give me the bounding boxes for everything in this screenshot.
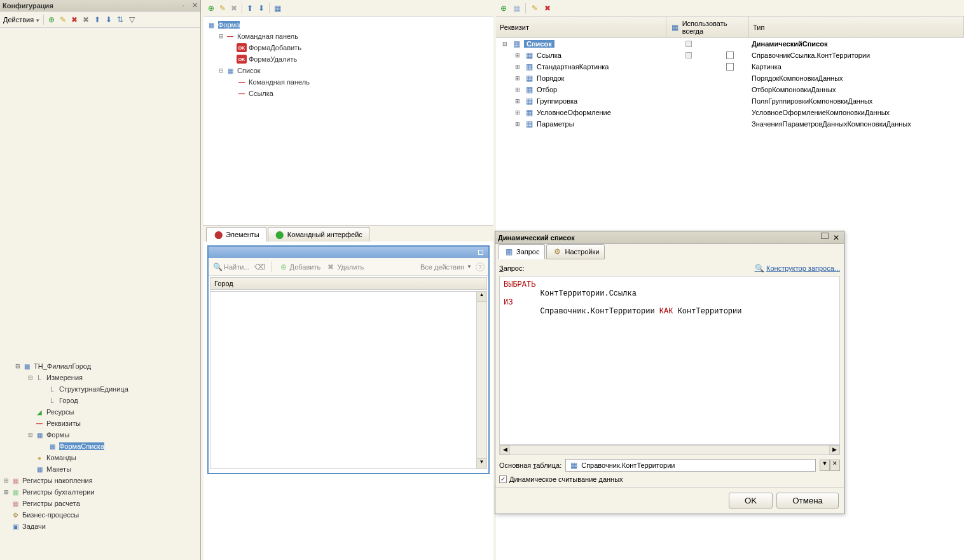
tree-dim2[interactable]: L Город	[3, 395, 198, 406]
add-icon[interactable]: ⊕	[46, 15, 57, 25]
filter-icon[interactable]: ▽	[127, 15, 137, 25]
tree-cmdpanel2[interactable]: — Командная панель	[206, 76, 491, 88]
add-icon[interactable]: ⊕	[499, 3, 509, 13]
tree-attribs[interactable]: — Реквизиты	[3, 418, 198, 429]
col-use-always[interactable]: ▦Использовать всегда	[666, 17, 749, 38]
collapse-icon[interactable]: ⊟	[27, 432, 34, 438]
query-editor[interactable]: ВЫБРАТЬ КонтТерритории.Ссылка ИЗ Справоч…	[499, 276, 840, 445]
find-button[interactable]: 🔍Найти...	[212, 262, 250, 272]
toggle-icon[interactable]: ⊞	[514, 121, 521, 127]
dropdown-icon[interactable]: ▼	[820, 460, 830, 471]
col-attrib[interactable]: Реквизит	[496, 17, 666, 38]
tree-form-root[interactable]: ▦ Форма	[206, 19, 491, 31]
col-type[interactable]: Тип	[749, 17, 964, 38]
actions-dropdown[interactable]: Действия▼	[3, 15, 41, 24]
down-icon[interactable]: ⬇	[104, 15, 114, 25]
tree-bp[interactable]: ⚙ Бизнес-процессы	[3, 509, 198, 521]
attrib-row[interactable]: ⊞▦ПорядокПорядокКомпоновкиДанных	[496, 72, 964, 84]
tree-forms[interactable]: ⊟ ▦ Формы	[3, 429, 198, 440]
edit-icon[interactable]: ✎	[530, 3, 540, 13]
toggle-icon[interactable]: ⊞	[514, 52, 521, 58]
delete-icon[interactable]: ✖	[69, 15, 79, 25]
toggle-icon[interactable]: ⊟	[501, 41, 509, 47]
tree-dim1[interactable]: L СтруктурнаяЕдиница	[3, 383, 198, 395]
collapse-icon[interactable]: ⊟	[217, 33, 225, 39]
attrib-row[interactable]: ⊞▦ПараметрыЗначенияПараметровДанныхКомпо…	[496, 118, 964, 130]
delete-icon[interactable]: ✖	[542, 3, 553, 13]
tree-formadd[interactable]: OK ФормаДобавить	[206, 42, 491, 53]
attrib-row[interactable]: ⊞▦СсылкаСправочникСсылка.КонтТерритории	[496, 50, 964, 61]
tab-query[interactable]: ▦ Запрос	[498, 244, 545, 259]
add-icon[interactable]: ⊕	[206, 3, 216, 13]
tree-link[interactable]: — Ссылка	[206, 88, 491, 99]
add-col-icon[interactable]: ▦	[511, 3, 521, 13]
attrib-row[interactable]: ⊞▦СтандартнаяКартинкаКартинка	[496, 61, 964, 72]
tree-calc[interactable]: ▦ Регистры расчета	[3, 498, 198, 509]
attrib-row[interactable]: ⊞▦ГруппировкаПоляГруппировкиКомпоновкиДа…	[496, 95, 964, 107]
delete-button[interactable]: ✖Удалить	[326, 262, 364, 272]
dyn-read-checkbox[interactable]	[499, 475, 507, 483]
scroll-up-icon[interactable]: ▲	[477, 292, 486, 302]
attrib-row[interactable]: ⊟▦СписокДинамическийСписок	[496, 38, 964, 50]
max-icon[interactable]	[478, 250, 483, 255]
main-table-input[interactable]: ▦ Справочник.КонтТерритории	[565, 459, 816, 472]
grid-body[interactable]: ▲ ▼	[210, 291, 487, 469]
expand-icon[interactable]: ⊞	[3, 489, 10, 495]
tree-formdel[interactable]: OK ФормаУдалить	[206, 53, 491, 65]
maximize-icon[interactable]	[821, 233, 829, 239]
scrollbar[interactable]: ▲ ▼	[476, 292, 486, 468]
up-icon[interactable]: ⬆	[92, 15, 102, 25]
toggle-icon[interactable]: ⊞	[514, 75, 521, 81]
tree-commands[interactable]: ● Команды	[3, 452, 198, 463]
attrib-row[interactable]: ⊞▦ОтборОтборКомпоновкиДанных	[496, 84, 964, 95]
edit-icon[interactable]: ✎	[58, 15, 68, 25]
delete-icon[interactable]: ✖	[229, 3, 239, 13]
tree-dimensions[interactable]: ⊟ L Измерения	[3, 372, 198, 383]
edit-icon[interactable]: ✎	[217, 3, 228, 13]
scroll-down-icon[interactable]: ▼	[477, 458, 486, 468]
scroll-right-icon[interactable]: ▶	[829, 446, 839, 454]
toggle-icon[interactable]: ⊞	[514, 86, 521, 93]
toggle-icon[interactable]: ⊞	[514, 64, 521, 70]
tab-settings[interactable]: ⚙ Настройки	[546, 244, 605, 259]
col-city[interactable]: Город	[214, 280, 233, 287]
tree-tasks[interactable]: ▣ Задачи	[3, 521, 198, 532]
prop-icon[interactable]: ▦	[272, 3, 282, 13]
up-icon[interactable]: ⬆	[245, 3, 255, 13]
toggle-icon[interactable]: ⊞	[514, 109, 521, 116]
close-icon[interactable]: ✕	[192, 1, 198, 10]
tree-resources[interactable]: ◢ Ресурсы	[3, 406, 198, 418]
tree-form-selected[interactable]: ▦ ФормаСписка	[3, 440, 198, 452]
sort-icon[interactable]: ⇅	[115, 15, 125, 25]
tree-accum[interactable]: ⊞ ▦ Регистры накопления	[3, 475, 198, 486]
ok-button[interactable]: OK	[729, 493, 773, 509]
all-actions-dropdown[interactable]: Все действия▼	[420, 263, 472, 271]
tree-list[interactable]: ⊟ ▦ Список	[206, 65, 491, 76]
collapse-icon[interactable]: ⊟	[14, 363, 22, 369]
help-icon[interactable]: ?	[476, 263, 485, 271]
collapse-icon[interactable]: ⊟	[27, 374, 34, 381]
toggle-icon[interactable]: ⊞	[514, 98, 521, 104]
tree-root[interactable]: ⊟ ▦ ТН_ФилиалГород	[3, 360, 198, 372]
tab-cmd-interface[interactable]: ⬤ Командный интерфейс	[268, 227, 369, 242]
add-button[interactable]: ⊕Добавить	[279, 262, 321, 272]
remove-icon[interactable]: ✖	[81, 15, 91, 25]
tree-accounting[interactable]: ⊞ ▦ Регистры бухгалтерии	[3, 486, 198, 498]
attrib-row[interactable]: ⊞▦УсловноеОформлениеУсловноеОформлениеКо…	[496, 107, 964, 118]
constructor-link[interactable]: 🔍 Конструктор запроса...	[754, 263, 840, 273]
down-icon[interactable]: ⬇	[256, 3, 266, 13]
close-icon[interactable]: ✕	[831, 233, 841, 243]
clear-button[interactable]: ⌫	[255, 262, 265, 272]
check-icon[interactable]	[726, 51, 734, 59]
pin-icon[interactable]: ◦	[178, 1, 188, 11]
h-scrollbar[interactable]: ◀ ▶	[499, 445, 840, 455]
collapse-icon[interactable]: ⊟	[217, 67, 225, 74]
expand-icon[interactable]: ⊞	[3, 477, 10, 484]
tree-cmdpanel[interactable]: ⊟ — Командная панель	[206, 31, 491, 42]
cancel-button[interactable]: Отмена	[776, 493, 839, 509]
tree-templates[interactable]: ▦ Макеты	[3, 463, 198, 475]
check-icon[interactable]	[726, 63, 734, 71]
tab-elements[interactable]: ⬤ Элементы	[206, 227, 266, 242]
scroll-left-icon[interactable]: ◀	[500, 446, 510, 454]
clear-icon[interactable]: ✕	[830, 460, 840, 471]
